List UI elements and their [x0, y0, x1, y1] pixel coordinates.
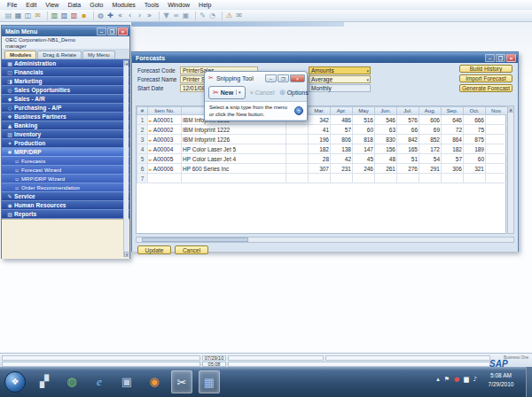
link-arrow-icon[interactable]: ► — [149, 147, 153, 152]
month-value-cell[interactable]: 45 — [353, 154, 375, 164]
month-value-cell[interactable]: 75 — [464, 125, 486, 135]
show-hidden-icons-icon[interactable]: ▴ — [436, 376, 440, 383]
scroll-up-icon[interactable]: ▲ — [124, 60, 129, 66]
month-value-cell[interactable]: 60 — [353, 125, 375, 135]
export-pdf-icon[interactable]: ▥ — [69, 11, 79, 20]
item-description-cell[interactable] — [182, 174, 286, 183]
month-value-cell[interactable]: 291 — [419, 164, 442, 174]
next-record-icon[interactable]: › — [135, 11, 145, 20]
month-value-cell[interactable] — [486, 174, 508, 183]
volume-icon[interactable]: ♪ — [473, 376, 477, 383]
internet-explorer-icon[interactable]: e — [89, 370, 110, 393]
maximize-icon[interactable]: ❐ — [278, 74, 289, 82]
month-value-cell[interactable]: 875 — [464, 135, 486, 144]
previous-record-icon[interactable]: ‹ — [125, 11, 135, 20]
month-value-cell[interactable]: 72 — [442, 125, 464, 135]
item-no-cell[interactable]: ►A00001 — [148, 115, 182, 125]
month-value-cell[interactable]: 42 — [331, 154, 353, 164]
column-header-sep[interactable]: Sep. — [442, 107, 464, 115]
month-value-cell[interactable]: 246 — [353, 164, 375, 174]
alerts-icon[interactable]: ⚠ — [224, 11, 234, 20]
month-value-cell[interactable] — [397, 174, 419, 183]
row-number[interactable]: 3 — [137, 135, 148, 144]
month-value-cell[interactable]: 189 — [464, 144, 486, 154]
month-value-cell[interactable] — [286, 174, 309, 183]
query-icon[interactable]: ◔ — [207, 11, 217, 20]
minimize-icon[interactable]: – — [265, 74, 277, 82]
forecast-basis-dropdown[interactable]: Amounts ▾ — [309, 66, 371, 74]
tab-drag-relate[interactable]: Drag & Relate — [37, 51, 82, 58]
month-value-cell[interactable]: 546 — [375, 115, 397, 125]
month-value-cell[interactable]: 147 — [353, 144, 375, 154]
menu-tools[interactable]: Tools — [140, 2, 163, 8]
sidebar-item-inventory[interactable]: ▥Inventory — [2, 130, 129, 139]
month-value-cell[interactable] — [309, 174, 331, 183]
month-value-cell[interactable]: 54 — [419, 154, 442, 164]
month-value-cell[interactable]: 486 — [331, 115, 353, 125]
menu-file[interactable]: File — [3, 2, 21, 8]
snipping-tool-titlebar[interactable]: ✂ Snipping Tool – ❐ × — [205, 72, 307, 83]
month-value-cell[interactable] — [375, 174, 397, 183]
scroll-down-icon[interactable]: ▼ — [124, 252, 129, 257]
snipping-tool-icon[interactable]: ✂ — [171, 370, 192, 393]
link-arrow-icon[interactable]: ► — [149, 157, 153, 162]
month-value-cell[interactable] — [286, 125, 309, 135]
close-icon[interactable]: × — [506, 54, 516, 62]
month-value-cell[interactable]: 63 — [375, 125, 397, 135]
month-value-cell[interactable]: 57 — [442, 154, 464, 164]
menu-sub-forecasts[interactable]: ▫Forecasts — [2, 157, 129, 166]
lock-icon[interactable]: ▪ — [79, 11, 89, 20]
export-word-icon[interactable]: ▥ — [59, 11, 69, 20]
link-arrow-icon[interactable]: ► — [149, 118, 153, 123]
item-no-cell[interactable]: ►A00006 — [148, 164, 182, 174]
menu-sub-mrp-drp-wizard[interactable]: ▫MRP/DRP Wizard — [2, 175, 129, 183]
action-center-flag-icon[interactable]: ⚑ — [444, 376, 450, 383]
link-arrow-icon[interactable]: ► — [149, 167, 153, 172]
sort-icon[interactable]: ≡ — [171, 11, 181, 20]
edit-icon[interactable]: ✎ — [198, 11, 207, 20]
media-player-icon[interactable]: ◉ — [144, 370, 165, 393]
month-value-cell[interactable]: 66 — [397, 125, 419, 135]
item-description-cell[interactable]: HP Color Laser Jet 4 — [182, 154, 286, 164]
maximize-icon[interactable]: ❐ — [107, 27, 117, 35]
sidebar-item-purchasing-a-p[interactable]: ◇Purchasing - A/P — [2, 104, 129, 113]
item-description-cell[interactable]: HP Color Laser Jet 5 — [182, 144, 286, 154]
close-icon[interactable]: × — [290, 74, 305, 82]
sidebar-item-service[interactable]: ✎Service — [2, 192, 129, 201]
item-no-cell[interactable] — [148, 174, 182, 183]
month-value-cell[interactable]: 818 — [353, 135, 375, 144]
month-value-cell[interactable]: 576 — [397, 115, 419, 125]
menu-help[interactable]: Help — [194, 2, 215, 8]
form-settings-icon[interactable]: ▣ — [181, 11, 191, 20]
row-number[interactable]: 4 — [137, 144, 148, 154]
month-value-cell[interactable] — [464, 174, 486, 183]
column-header-item-no[interactable]: Item No. — [148, 107, 182, 115]
minimize-icon[interactable]: – — [485, 54, 495, 62]
scrollbar-thumb[interactable] — [142, 237, 248, 242]
month-value-cell[interactable] — [353, 174, 375, 183]
month-value-cell[interactable]: 182 — [309, 144, 331, 154]
generate-forecast-button[interactable]: Generate Forecast — [459, 84, 512, 92]
security-alert-icon[interactable]: ● — [454, 376, 459, 383]
month-value-cell[interactable] — [486, 154, 508, 164]
sidebar-item-sales-opportunities[interactable]: ◎Sales Opportunities — [2, 86, 129, 95]
maximize-icon[interactable]: ❐ — [496, 54, 505, 62]
taskbar-clock[interactable]: 5:08 AM 7/29/2010 — [481, 371, 521, 389]
cancel-button[interactable]: Cancel — [175, 245, 208, 254]
month-value-cell[interactable]: 69 — [419, 125, 442, 135]
tab-my-menu[interactable]: My Menu — [82, 51, 115, 58]
column-header-apr[interactable]: Apr. — [331, 107, 353, 115]
update-button[interactable]: Update — [137, 245, 171, 254]
menu-edit[interactable]: Edit — [21, 2, 41, 8]
month-value-cell[interactable]: 666 — [464, 115, 486, 125]
sidebar-item-administration[interactable]: ▦Administration — [2, 59, 129, 68]
month-value-cell[interactable]: 646 — [442, 115, 464, 125]
month-value-cell[interactable]: 41 — [309, 125, 331, 135]
menu-sub-forecast-wizard[interactable]: ▫Forecast Wizard — [2, 166, 129, 175]
month-value-cell[interactable]: 307 — [309, 164, 331, 174]
month-value-cell[interactable]: 57 — [331, 125, 353, 135]
link-arrow-icon[interactable]: ► — [149, 137, 153, 143]
month-value-cell[interactable] — [486, 164, 508, 174]
row-number[interactable]: 5 — [137, 154, 148, 164]
month-value-cell[interactable]: 48 — [375, 154, 397, 164]
